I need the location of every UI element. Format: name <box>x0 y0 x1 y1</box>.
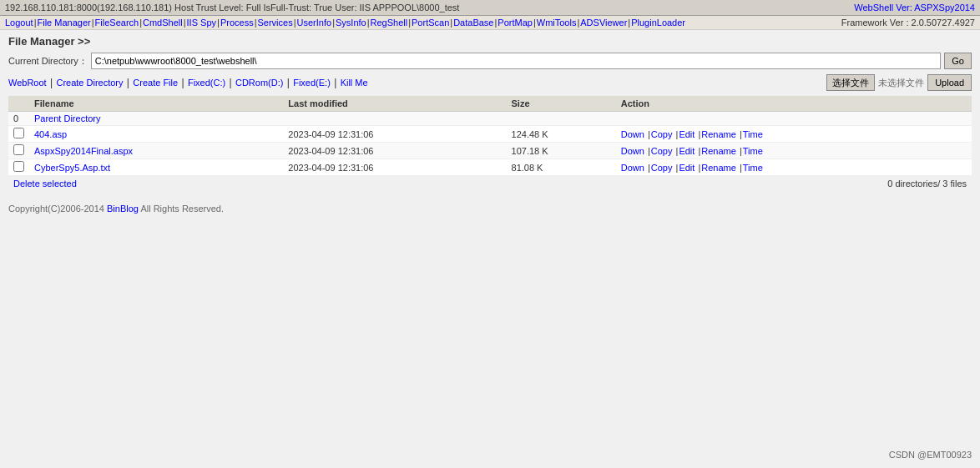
nav-link-sysinfo[interactable]: SysInfo <box>336 18 366 28</box>
webshell-link[interactable]: WebShell Ver: ASPXSpy2014 <box>854 3 975 13</box>
top-bar: 192.168.110.181:8000(192.168.110.181) Ho… <box>0 0 980 16</box>
file-actions: Down |Copy |Edit |Rename |Time <box>616 126 972 143</box>
parent-dir-num: 0 <box>8 112 29 126</box>
content: File Manager >> Current Directory： Go We… <box>0 30 980 197</box>
nav-link-wmitools[interactable]: WmiTools <box>537 18 577 28</box>
file-link[interactable]: 404.asp <box>34 129 67 139</box>
action-down[interactable]: Down <box>621 146 644 156</box>
nav-link-adsviewer[interactable]: ADSViewer <box>580 18 627 28</box>
action-copy[interactable]: Copy <box>651 163 673 173</box>
th-size: Size <box>507 96 616 112</box>
upload-choose-button[interactable]: 选择文件 <box>826 74 875 91</box>
tool-link-fixed-c--[interactable]: Fixed(C:) <box>188 78 225 88</box>
go-button[interactable]: Go <box>944 53 972 69</box>
parent-dir-link[interactable]: Parent Directory <box>34 113 100 123</box>
tool-link-create-file[interactable]: Create File <box>133 78 178 88</box>
tool-links: WebRoot | Create Directory | Create File… <box>8 77 368 88</box>
current-dir-input[interactable] <box>91 53 942 69</box>
action-edit[interactable]: Edit <box>679 163 695 173</box>
nav-links: Logout | File Manager | FileSearch | Cmd… <box>5 18 685 28</box>
nav-link-services[interactable]: Services <box>258 18 293 28</box>
table-row: 404.asp 2023-04-09 12:31:06 124.48 K Dow… <box>8 126 972 143</box>
file-size: 107.18 K <box>507 143 616 159</box>
file-link[interactable]: CyberSpy5.Asp.txt <box>34 163 110 173</box>
action-rename[interactable]: Rename <box>701 129 736 139</box>
nav-link-userinfo[interactable]: UserInfo <box>297 18 332 28</box>
current-dir-row: Current Directory： Go <box>8 53 972 69</box>
footer: Copyright(C)2006-2014 BinBlog All Rights… <box>0 197 980 220</box>
nav-link-pluginloader[interactable]: PluginLoader <box>631 18 685 28</box>
action-down[interactable]: Down <box>621 163 644 173</box>
row-checkbox-cell <box>8 126 29 143</box>
nav-link-logout[interactable]: Logout <box>5 18 33 28</box>
file-modified: 2023-04-09 12:31:06 <box>283 126 506 143</box>
table-row: CyberSpy5.Asp.txt 2023-04-09 12:31:06 81… <box>8 159 972 176</box>
delete-selected-link[interactable]: Delete selected <box>13 179 77 189</box>
tool-link-webroot[interactable]: WebRoot <box>8 78 47 88</box>
server-info: 192.168.110.181:8000(192.168.110.181) Ho… <box>5 3 459 13</box>
th-filename: Filename <box>29 96 283 112</box>
row-checkbox-cell <box>8 143 29 159</box>
delete-row: Delete selected 0 directories/ 3 files <box>8 176 972 192</box>
file-actions: Down |Copy |Edit |Rename |Time <box>616 159 972 176</box>
row-checkbox[interactable] <box>13 128 24 138</box>
file-modified: 2023-04-09 12:31:06 <box>283 159 506 176</box>
row-checkbox[interactable] <box>13 161 24 172</box>
action-rename[interactable]: Rename <box>701 146 736 156</box>
action-rename[interactable]: Rename <box>701 163 736 173</box>
tool-link-kill-me[interactable]: Kill Me <box>341 78 368 88</box>
nav-link-regshell[interactable]: RegShell <box>371 18 408 28</box>
table-row: AspxSpy2014Final.aspx 2023-04-09 12:31:0… <box>8 143 972 159</box>
th-modified: Last modified <box>283 96 506 112</box>
delete-cell: Delete selected <box>8 176 616 192</box>
nav-link-filesearch[interactable]: FileSearch <box>95 18 139 28</box>
tool-link-fixed-e--[interactable]: Fixed(E:) <box>293 78 331 88</box>
tool-link-create-directory[interactable]: Create Directory <box>56 78 123 88</box>
file-link[interactable]: AspxSpy2014Final.aspx <box>34 146 133 156</box>
nav-link-portmap[interactable]: PortMap <box>498 18 533 28</box>
parent-dir-row: 0 Parent Directory <box>8 112 972 126</box>
file-size: 124.48 K <box>507 126 616 143</box>
file-table: Filename Last modified Size Action 0 Par… <box>8 96 972 192</box>
nav-link-iis-spy[interactable]: IIS Spy <box>187 18 216 28</box>
footer-link[interactable]: BinBlog <box>107 204 139 214</box>
tools-row: WebRoot | Create Directory | Create File… <box>8 74 972 91</box>
summary-cell: 0 directories/ 3 files <box>616 176 972 192</box>
action-down[interactable]: Down <box>621 129 644 139</box>
table-header-row: Filename Last modified Size Action <box>8 96 972 112</box>
nav-link-portscan[interactable]: PortScan <box>412 18 449 28</box>
tool-link-cdrom-d--[interactable]: CDRom(D:) <box>235 78 283 88</box>
th-action: Action <box>616 96 972 112</box>
file-name: 404.asp <box>29 126 283 143</box>
file-modified: 2023-04-09 12:31:06 <box>283 143 506 159</box>
file-table-body: 0 Parent Directory 404.asp 2023-04-09 12… <box>8 112 972 192</box>
file-name: AspxSpy2014Final.aspx <box>29 143 283 159</box>
parent-dir-cell: Parent Directory <box>29 112 972 126</box>
action-edit[interactable]: Edit <box>679 146 695 156</box>
row-checkbox-cell <box>8 159 29 176</box>
th-checkbox <box>8 96 29 112</box>
file-actions: Down |Copy |Edit |Rename |Time <box>616 143 972 159</box>
framework-ver: Framework Ver : 2.0.50727.4927 <box>841 18 975 28</box>
action-copy[interactable]: Copy <box>651 146 673 156</box>
file-name: CyberSpy5.Asp.txt <box>29 159 283 176</box>
action-time[interactable]: Time <box>743 163 763 173</box>
page-title: File Manager >> <box>8 35 972 48</box>
nav-bar: Logout | File Manager | FileSearch | Cmd… <box>0 16 980 30</box>
file-size: 81.08 K <box>507 159 616 176</box>
action-edit[interactable]: Edit <box>679 129 695 139</box>
nav-link-database[interactable]: DataBase <box>453 18 493 28</box>
action-time[interactable]: Time <box>743 146 763 156</box>
current-dir-label: Current Directory： <box>8 55 88 68</box>
row-checkbox[interactable] <box>13 144 24 155</box>
nav-link-cmdshell[interactable]: CmdShell <box>143 18 183 28</box>
footer-text2: All Rights Reserved. <box>139 204 224 214</box>
upload-section: 选择文件 未选择文件 Upload <box>826 74 972 91</box>
action-time[interactable]: Time <box>743 129 763 139</box>
footer-text: Copyright(C)2006-2014 <box>8 204 107 214</box>
upload-button[interactable]: Upload <box>927 74 972 91</box>
action-copy[interactable]: Copy <box>651 129 673 139</box>
nav-link-process[interactable]: Process <box>220 18 254 28</box>
nav-link-file-manager[interactable]: File Manager <box>38 18 91 28</box>
upload-file-label: 未选择文件 <box>878 77 924 89</box>
